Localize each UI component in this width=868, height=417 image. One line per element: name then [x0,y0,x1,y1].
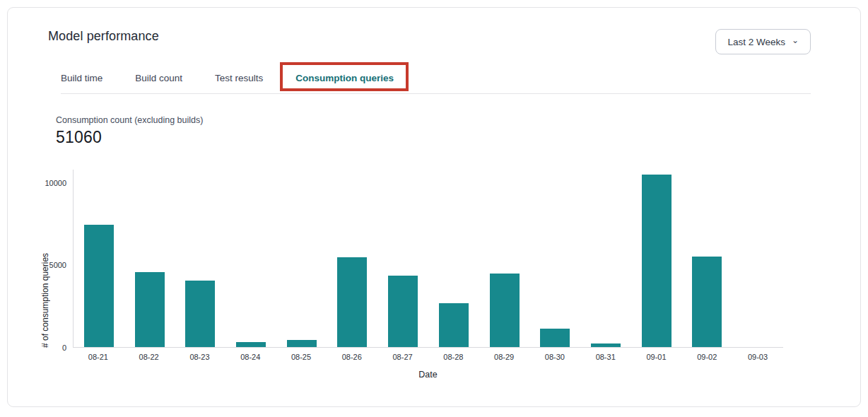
bar-08-24[interactable] [236,342,266,347]
x-tick-label: 08-25 [276,353,327,361]
page-title: Model performance [48,29,159,44]
x-tick-label: 08-22 [124,353,175,361]
chevron-down-icon: ⌄ [792,36,799,45]
bar-08-21[interactable] [84,225,114,347]
annotation-highlight-box [280,62,409,91]
tab-build-count[interactable]: Build count [135,73,182,83]
tab-consumption-queries[interactable]: Consumption queries [295,73,394,83]
bar-slot [631,170,682,347]
bar-08-25[interactable] [287,340,317,347]
bar-08-31[interactable] [591,343,621,347]
bar-08-28[interactable] [439,303,469,347]
x-tick-label: 09-02 [681,353,732,361]
bar-slot [327,170,378,347]
x-axis-ticks: 08-2108-2208-2308-2408-2508-2608-2708-28… [73,353,783,361]
x-axis-title: Date [73,370,783,380]
metric-value: 51060 [56,128,860,147]
x-tick-label: 08-30 [529,353,580,361]
bar-slot [276,170,327,347]
bar-08-26[interactable] [337,257,367,347]
x-tick-label: 09-01 [631,353,682,361]
bar-08-22[interactable] [135,272,165,347]
bar-slot [529,170,580,347]
metric-label: Consumption count (excluding builds) [56,115,860,125]
x-tick-label: 08-28 [428,353,479,361]
consumption-queries-chart: # of consumption queries 0500010000 08-2… [36,170,792,382]
period-dropdown[interactable]: Last 2 Weeks ⌄ [715,29,811,54]
y-tick-label: 10000 [45,179,66,187]
tab-test-results[interactable]: Test results [215,73,263,83]
plot-area [73,170,783,348]
bar-slot [479,170,530,347]
card-header: Model performance Last 2 Weeks ⌄ [8,8,860,54]
y-axis-ticks: 0500010000 [36,170,70,348]
bar-09-02[interactable] [692,257,722,347]
bar-slot [732,170,783,347]
bar-slot [428,170,479,347]
y-tick-label: 0 [62,343,66,352]
bar-slot [225,170,276,347]
bar-slot [580,170,631,347]
bar-08-27[interactable] [388,276,418,347]
model-performance-card: Model performance Last 2 Weeks ⌄ Build t… [7,7,861,407]
tab-bar: Build timeBuild countTest resultsConsump… [61,73,811,94]
x-tick-label: 08-23 [175,353,225,361]
bar-08-30[interactable] [540,329,570,347]
x-tick-label: 08-21 [73,353,124,361]
bar-08-29[interactable] [490,274,520,347]
x-tick-label: 08-29 [479,353,529,361]
tab-build-time[interactable]: Build time [61,73,102,83]
bar-slot [175,170,225,347]
x-tick-label: 08-24 [225,353,276,361]
period-dropdown-label: Last 2 Weeks [727,37,785,47]
x-tick-label: 08-27 [377,353,428,361]
bar-slot [74,170,124,347]
x-tick-label: 08-26 [327,353,377,361]
bar-09-01[interactable] [642,175,671,347]
bar-slot [124,170,175,347]
y-tick-label: 5000 [49,261,66,269]
bar-slot [377,170,428,347]
metric-block: Consumption count (excluding builds) 510… [56,115,860,147]
x-tick-label: 09-03 [732,353,783,361]
x-tick-label: 08-31 [580,353,631,361]
bar-slot [682,170,733,347]
bar-08-23[interactable] [185,281,215,347]
